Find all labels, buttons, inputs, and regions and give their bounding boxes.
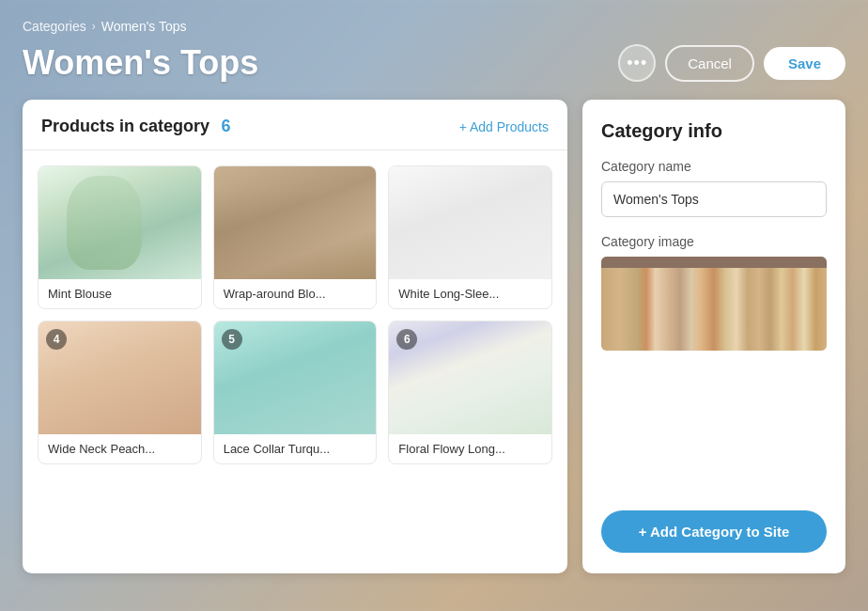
more-button[interactable]: •••	[618, 44, 656, 82]
content-area: Products in category 6 + Add Products 1 …	[23, 100, 845, 573]
breadcrumb: Categories › Women's Tops	[23, 19, 845, 34]
panel-header: Products in category 6 + Add Products	[23, 100, 567, 150]
category-image-section: Category image	[601, 234, 827, 351]
products-panel: Products in category 6 + Add Products 1 …	[23, 100, 567, 573]
product-name-5: Lace Collar Turqu...	[214, 434, 377, 463]
product-card-1[interactable]: 1 Mint Blouse	[38, 165, 202, 309]
breadcrumb-current: Women's Tops	[101, 19, 187, 34]
breadcrumb-parent[interactable]: Categories	[23, 19, 86, 34]
product-name-6: Floral Flowy Long...	[389, 434, 551, 463]
product-img-1	[39, 166, 201, 279]
product-card-2[interactable]: 2 Wrap-around Blo...	[213, 165, 378, 309]
product-badge-4: 4	[46, 329, 67, 350]
add-category-button[interactable]: + Add Category to Site	[601, 510, 827, 553]
product-image-5: 5	[214, 321, 377, 434]
cancel-button[interactable]: Cancel	[665, 45, 754, 82]
product-img-3	[389, 166, 551, 279]
breadcrumb-chevron-icon: ›	[92, 20, 96, 33]
panel-header-left: Products in category 6	[41, 117, 231, 136]
category-info-title: Category info	[601, 120, 827, 142]
page-header: Women's Tops ••• Cancel Save	[23, 43, 845, 83]
category-name-input[interactable]	[601, 181, 827, 217]
product-image-2: 2	[214, 166, 377, 279]
product-count: 6	[222, 117, 231, 135]
product-card-3[interactable]: 3 White Long-Slee...	[388, 165, 552, 309]
product-img-2	[214, 166, 377, 279]
category-name-label: Category name	[601, 159, 827, 174]
header-actions: ••• Cancel Save	[618, 44, 845, 82]
category-info-panel: Category info Category name Category ima…	[582, 100, 845, 573]
panel-title: Products in category	[41, 117, 209, 135]
page-title: Women's Tops	[23, 43, 258, 83]
product-image-3: 3	[389, 166, 551, 279]
product-card-5[interactable]: 5 Lace Collar Turqu...	[213, 321, 378, 464]
product-card-4[interactable]: 4 Wide Neck Peach...	[38, 321, 202, 464]
product-name-2: Wrap-around Blo...	[214, 279, 377, 308]
products-grid: 1 Mint Blouse 2 Wrap-around Blo...	[23, 150, 567, 479]
product-name-3: White Long-Slee...	[389, 279, 551, 308]
product-image-4: 4	[39, 321, 201, 434]
clothes-rack-image	[601, 257, 827, 351]
product-name-1: Mint Blouse	[39, 279, 201, 308]
product-image-1: 1	[39, 166, 201, 279]
product-badge-5: 5	[222, 329, 242, 350]
category-image-label: Category image	[601, 234, 827, 249]
save-button[interactable]: Save	[764, 47, 845, 80]
add-products-link[interactable]: + Add Products	[459, 119, 549, 134]
product-card-6[interactable]: 6 Floral Flowy Long...	[388, 321, 552, 464]
category-name-field: Category name	[601, 159, 827, 217]
product-name-4: Wide Neck Peach...	[39, 434, 201, 463]
category-image-preview[interactable]	[601, 257, 827, 351]
product-image-6: 6	[389, 321, 551, 434]
